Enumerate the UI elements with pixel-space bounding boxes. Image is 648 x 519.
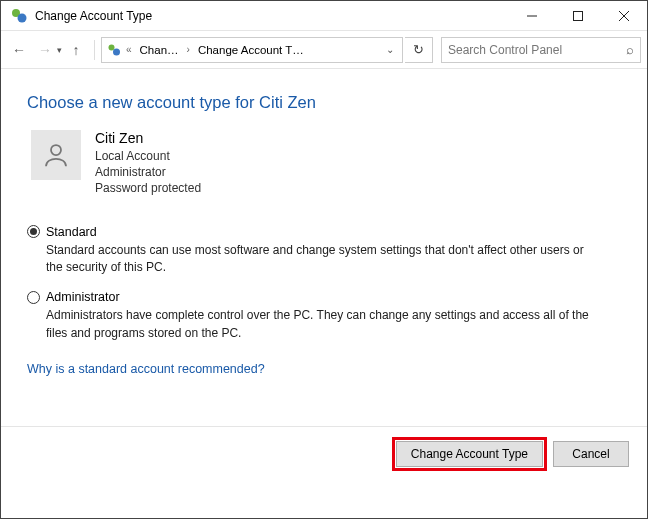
avatar bbox=[31, 130, 81, 180]
change-account-type-button[interactable]: Change Account Type bbox=[396, 441, 543, 467]
option-standard: Standard Standard accounts can use most … bbox=[27, 225, 621, 277]
forward-button[interactable]: → bbox=[33, 38, 57, 62]
option-administrator-desc: Administrators have complete control ove… bbox=[46, 307, 601, 342]
footer: Change Account Type Cancel bbox=[1, 427, 647, 481]
search-placeholder: Search Control Panel bbox=[448, 43, 562, 57]
maximize-button[interactable] bbox=[555, 1, 601, 31]
help-link[interactable]: Why is a standard account recommended? bbox=[27, 362, 265, 376]
svg-rect-3 bbox=[574, 11, 583, 20]
address-app-icon bbox=[106, 42, 122, 58]
radio-standard[interactable] bbox=[27, 225, 40, 238]
user-info: Citi Zen Local Account Administrator Pas… bbox=[95, 130, 201, 197]
svg-point-6 bbox=[109, 44, 115, 50]
radio-administrator[interactable] bbox=[27, 291, 40, 304]
chevron-right-icon: › bbox=[185, 44, 192, 55]
nav-bar: ← → ▾ ↑ « Chan… › Change Account T… ⌄ ↻ … bbox=[1, 31, 647, 69]
address-dropdown-icon[interactable]: ⌄ bbox=[382, 44, 398, 55]
address-bar[interactable]: « Chan… › Change Account T… ⌄ bbox=[101, 37, 403, 63]
user-summary: Citi Zen Local Account Administrator Pas… bbox=[31, 130, 621, 197]
title-bar: Change Account Type bbox=[1, 1, 647, 31]
option-administrator-label[interactable]: Administrator bbox=[46, 290, 120, 304]
back-button[interactable]: ← bbox=[7, 38, 31, 62]
option-standard-desc: Standard accounts can use most software … bbox=[46, 242, 601, 277]
user-name: Citi Zen bbox=[95, 130, 201, 146]
svg-point-8 bbox=[51, 145, 61, 155]
content-area: Choose a new account type for Citi Zen C… bbox=[1, 69, 647, 386]
page-title: Choose a new account type for Citi Zen bbox=[27, 93, 621, 112]
option-administrator: Administrator Administrators have comple… bbox=[27, 290, 621, 342]
refresh-button[interactable]: ↻ bbox=[405, 37, 433, 63]
breadcrumb-item[interactable]: Change Account T… bbox=[194, 44, 308, 56]
option-standard-label[interactable]: Standard bbox=[46, 225, 97, 239]
svg-point-7 bbox=[113, 48, 120, 55]
chevron-left-icon: « bbox=[124, 44, 134, 55]
window-title: Change Account Type bbox=[35, 9, 152, 23]
breadcrumb-item[interactable]: Chan… bbox=[136, 44, 183, 56]
user-account-type: Local Account bbox=[95, 148, 201, 164]
close-button[interactable] bbox=[601, 1, 647, 31]
minimize-button[interactable] bbox=[509, 1, 555, 31]
search-icon: ⌕ bbox=[626, 42, 634, 57]
recent-locations-button[interactable]: ▾ bbox=[57, 45, 62, 55]
svg-point-1 bbox=[18, 13, 27, 22]
cancel-button[interactable]: Cancel bbox=[553, 441, 629, 467]
up-button[interactable]: ↑ bbox=[64, 38, 88, 62]
user-role: Administrator bbox=[95, 164, 201, 180]
user-password-status: Password protected bbox=[95, 180, 201, 196]
app-icon bbox=[9, 6, 29, 26]
search-input[interactable]: Search Control Panel ⌕ bbox=[441, 37, 641, 63]
divider bbox=[94, 40, 95, 60]
